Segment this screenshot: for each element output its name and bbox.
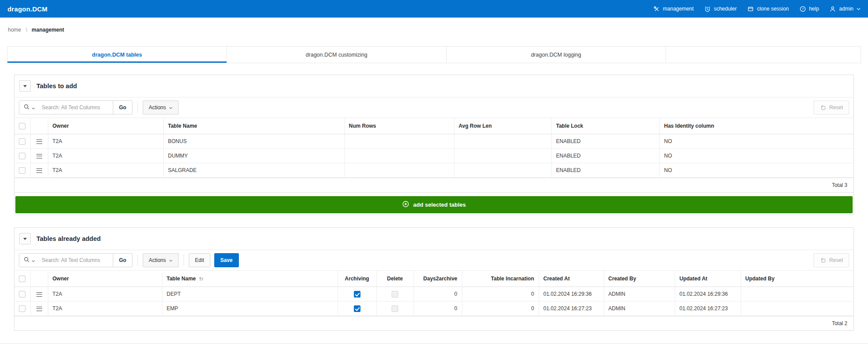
archiving-checkbox[interactable] (354, 291, 360, 298)
plus-circle-icon (402, 201, 409, 209)
toolbar-divider (137, 255, 138, 266)
nav-label: scheduler (714, 6, 737, 12)
column-header-created-at[interactable]: Created At (539, 271, 604, 287)
nav-label: help (809, 6, 819, 12)
edit-button[interactable]: Edit (189, 253, 210, 267)
tab-bar-filler (666, 47, 861, 63)
column-header-owner[interactable]: Owner (48, 118, 163, 134)
select-all-checkbox[interactable] (19, 123, 25, 129)
actions-menu-button[interactable]: Actions (143, 253, 179, 267)
cell-table-name: SALGRADE (163, 163, 344, 178)
column-header-table-name[interactable]: Table Name (163, 118, 344, 134)
row-menu-cell (30, 134, 48, 149)
nav-user-menu[interactable]: admin (829, 6, 861, 12)
archiving-checkbox[interactable] (354, 305, 360, 312)
chevron-down-icon (169, 257, 173, 263)
search-input[interactable] (39, 254, 113, 267)
chevron-down-icon (169, 104, 173, 111)
collapse-region-button[interactable] (19, 80, 31, 92)
cell-avg-row-len (454, 134, 551, 149)
row-menu-icon[interactable] (36, 169, 42, 173)
column-header-archiving[interactable]: Archiving (338, 271, 376, 287)
row-select-checkbox[interactable] (19, 153, 25, 159)
row-select-checkbox[interactable] (19, 291, 25, 298)
column-header-created-by[interactable]: Created By (604, 271, 675, 287)
select-all-checkbox[interactable] (19, 276, 25, 282)
add-selected-tables-button[interactable]: add selected tables (15, 196, 853, 213)
table-row: T2A BONUS ENABLED NO (14, 134, 854, 149)
reset-label: Reset (829, 104, 843, 111)
reset-icon (820, 104, 826, 111)
tab-dragon-dcm-customizing[interactable]: dragon.DCM customizing (227, 47, 447, 63)
search-go-button[interactable]: Go (113, 254, 132, 267)
search-input[interactable] (39, 101, 113, 114)
delete-checkbox[interactable] (392, 291, 398, 298)
search-go-button[interactable]: Go (113, 101, 132, 114)
nav-clone-session[interactable]: clone session (747, 6, 789, 12)
nav-label: clone session (757, 6, 789, 12)
grid-header-row: Owner Table Name Num Rows Avg Row Len Ta… (14, 118, 854, 134)
cell-num-rows (344, 149, 454, 163)
column-header-has-identity[interactable]: Has Identity column (659, 118, 854, 134)
row-menu-icon[interactable] (36, 140, 42, 144)
save-button[interactable]: Save (214, 253, 239, 267)
column-header-owner[interactable]: Owner (48, 271, 162, 287)
column-label: Table Name (167, 276, 196, 282)
cell-avg-row-len (454, 149, 551, 163)
caret-down-icon (23, 238, 27, 240)
column-header-updated-by[interactable]: Updated By (741, 271, 854, 287)
reset-report-button[interactable]: Reset (814, 100, 849, 115)
app-logo: dragon.DCM (7, 5, 47, 13)
cell-delete (376, 301, 414, 316)
column-header-days2archive[interactable]: Days2archive (414, 271, 462, 287)
cell-table-name: EMP (162, 301, 338, 316)
cell-updated-at: 01.02.2024 16:27:23 (675, 301, 741, 316)
table-row: T2A DEPT 0 0 01.02.2024 16:29:36 ADMIN 0… (14, 287, 854, 301)
nav-label: management (663, 6, 694, 12)
tab-dragon-dcm-tables[interactable]: dragon.DCM tables (7, 47, 227, 63)
breadcrumb: home \ management (0, 18, 868, 46)
column-header-table-lock[interactable]: Table Lock (551, 118, 659, 134)
row-menu-cell (30, 287, 48, 301)
svg-text:?: ? (802, 7, 804, 11)
row-select-checkbox[interactable] (19, 167, 25, 174)
cell-table-lock: ENABLED (551, 149, 659, 163)
cell-has-identity: NO (659, 163, 854, 178)
row-menu-icon[interactable] (36, 154, 42, 158)
row-select-cell (14, 301, 30, 316)
row-menu-icon[interactable] (36, 307, 42, 311)
page-footer-divider (0, 343, 868, 347)
delete-checkbox[interactable] (392, 305, 398, 312)
row-menu-icon[interactable] (36, 292, 42, 297)
row-select-checkbox[interactable] (19, 305, 25, 312)
column-header-num-rows[interactable]: Num Rows (344, 118, 454, 134)
grid-toolbar: Go Actions Edit Save Reset (14, 250, 854, 270)
search-column-selector-button[interactable] (19, 254, 39, 267)
top-navigation: management scheduler clone session ? (653, 6, 861, 12)
tab-label: dragon.DCM customizing (306, 52, 367, 58)
collapse-region-button[interactable] (19, 233, 31, 244)
column-header-table-name[interactable]: Table Name (162, 271, 338, 287)
row-select-cell (14, 163, 30, 178)
column-header-delete[interactable]: Delete (376, 271, 414, 287)
cell-num-rows (344, 134, 454, 149)
column-header-updated-at[interactable]: Updated At (675, 271, 741, 287)
nav-scheduler[interactable]: scheduler (704, 6, 737, 12)
column-header-table-incarnation[interactable]: Table Incarnation (462, 271, 539, 287)
row-select-cell (14, 134, 30, 149)
toolbar-divider (184, 255, 184, 266)
nav-management[interactable]: management (653, 6, 694, 12)
select-all-header (14, 271, 30, 287)
column-header-avg-row-len[interactable]: Avg Row Len (454, 118, 551, 134)
breadcrumb-home-link[interactable]: home (8, 27, 21, 33)
cell-created-by: ADMIN (604, 301, 675, 316)
actions-menu-button[interactable]: Actions (143, 100, 179, 115)
cell-table-name: BONUS (163, 134, 344, 149)
search-column-selector-button[interactable] (19, 101, 39, 114)
cell-created-at: 01.02.2024 16:27:23 (539, 301, 604, 316)
cell-updated-by (741, 301, 854, 316)
tab-dragon-dcm-logging[interactable]: dragon.DCM logging (447, 47, 666, 63)
reset-report-button[interactable]: Reset (814, 253, 849, 267)
row-select-checkbox[interactable] (19, 138, 25, 145)
nav-help[interactable]: ? help (800, 6, 819, 12)
